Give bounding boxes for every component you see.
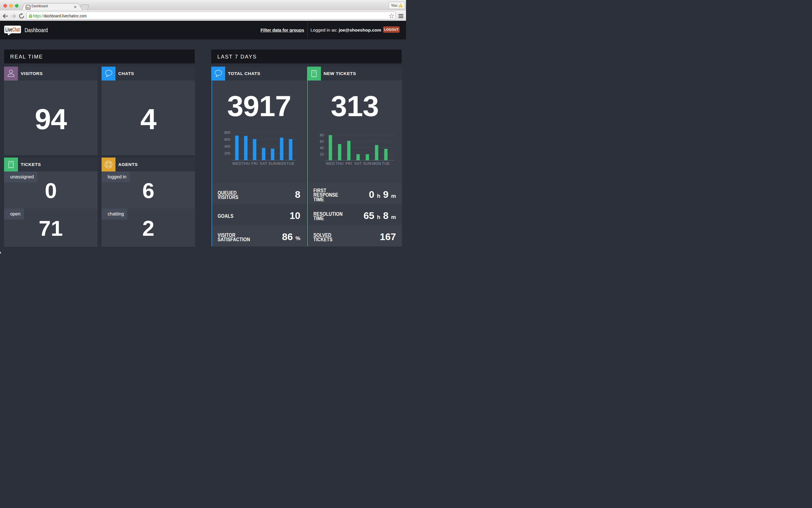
svg-text:SUN: SUN bbox=[363, 161, 372, 165]
svg-text:20: 20 bbox=[320, 152, 324, 156]
svg-text:WED: WED bbox=[232, 161, 241, 165]
svg-text:800: 800 bbox=[224, 131, 230, 135]
svg-text:TUE: TUE bbox=[382, 161, 390, 165]
svg-text:400: 400 bbox=[224, 144, 230, 149]
svg-text:SUN: SUN bbox=[268, 161, 277, 165]
svg-text:MON: MON bbox=[372, 161, 381, 165]
svg-text:80: 80 bbox=[320, 133, 324, 137]
svg-text:60: 60 bbox=[320, 139, 324, 143]
svg-text:200: 200 bbox=[224, 152, 230, 156]
svg-text:MON: MON bbox=[277, 161, 286, 165]
svg-text:600: 600 bbox=[224, 137, 230, 142]
svg-text:TUE: TUE bbox=[286, 161, 294, 165]
svg-text:SAT: SAT bbox=[260, 161, 268, 165]
svg-text:SAT: SAT bbox=[354, 161, 362, 165]
svg-text:LiveChat: LiveChat bbox=[5, 26, 20, 33]
svg-text:THU: THU bbox=[336, 161, 344, 165]
svg-text:WED: WED bbox=[326, 161, 335, 165]
svg-text:THU: THU bbox=[242, 161, 250, 165]
svg-text:40: 40 bbox=[320, 146, 324, 150]
svg-text:FRI: FRI bbox=[345, 161, 352, 165]
svg-text:FRI: FRI bbox=[251, 161, 258, 165]
svg-text:C: C bbox=[28, 5, 30, 9]
